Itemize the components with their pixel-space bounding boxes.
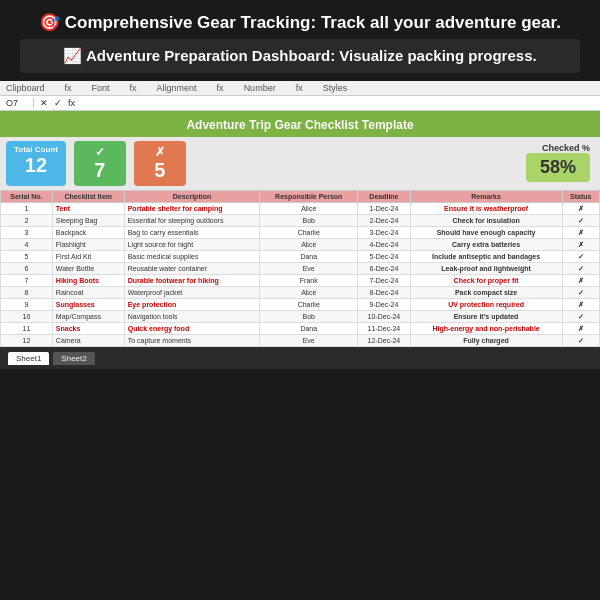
cell-remarks: Check for insulation xyxy=(410,215,562,227)
cell-person: Charlie xyxy=(260,299,358,311)
checked-box: ✓ 7 xyxy=(74,141,126,186)
cell-serial: 11 xyxy=(1,323,53,335)
cell-person: Alice xyxy=(260,287,358,299)
headline1: 🎯 Comprehensive Gear Tracking: Track all… xyxy=(20,12,580,33)
cell-serial: 7 xyxy=(1,275,53,287)
toolbar-number: Number xyxy=(244,83,276,93)
bottom-bar: Sheet1 Sheet2 xyxy=(0,347,600,369)
cell-status: ✗ xyxy=(562,203,600,215)
cell-status: ✗ xyxy=(562,323,600,335)
cell-remarks: Pack compact size xyxy=(410,287,562,299)
cell-desc: Portable shelter for camping xyxy=(124,203,260,215)
cell-serial: 10 xyxy=(1,311,53,323)
cell-serial: 4 xyxy=(1,239,53,251)
cell-deadline: 9-Dec-24 xyxy=(358,299,410,311)
checked-pct-label: Checked % xyxy=(526,143,590,153)
col-deadline: Deadline xyxy=(358,191,410,203)
total-count-value: 12 xyxy=(14,154,58,177)
cell-remarks: Check for proper fit xyxy=(410,275,562,287)
unchecked-box: ✗ 5 xyxy=(134,141,186,186)
cell-serial: 8 xyxy=(1,287,53,299)
table-row: 2 Sleeping Bag Essential for sleeping ou… xyxy=(1,215,600,227)
toolbar-alignment: Alignment xyxy=(157,83,197,93)
col-remarks: Remarks xyxy=(410,191,562,203)
cell-item: First Aid Kit xyxy=(52,251,124,263)
cell-desc: To capture moments xyxy=(124,335,260,347)
cell-deadline: 5-Dec-24 xyxy=(358,251,410,263)
cell-desc: Eye protection xyxy=(124,299,260,311)
cell-person: Bob xyxy=(260,311,358,323)
table-row: 10 Map/Compass Navigation tools Bob 10-D… xyxy=(1,311,600,323)
cell-status: ✗ xyxy=(562,275,600,287)
cell-deadline: 11-Dec-24 xyxy=(358,323,410,335)
cell-item: Sunglasses xyxy=(52,299,124,311)
table-row: 5 First Aid Kit Basic medical supplies D… xyxy=(1,251,600,263)
spreadsheet-title-row: Adventure Trip Gear Checklist Template xyxy=(0,111,600,137)
col-serial: Serial No. xyxy=(1,191,53,203)
cell-status: ✓ xyxy=(562,335,600,347)
total-count-box: Total Count 12 xyxy=(6,141,66,186)
table-header: Serial No. Checklist Item Description Re… xyxy=(1,191,600,203)
cell-status: ✓ xyxy=(562,287,600,299)
formula-fx[interactable]: fx xyxy=(68,98,75,108)
cell-item: Flashlight xyxy=(52,239,124,251)
cell-serial: 6 xyxy=(1,263,53,275)
spreadsheet-title: Adventure Trip Gear Checklist Template xyxy=(186,118,413,132)
cell-reference[interactable]: O7 xyxy=(6,98,34,108)
cell-serial: 12 xyxy=(1,335,53,347)
cell-item: Hiking Boots xyxy=(52,275,124,287)
cell-serial: 5 xyxy=(1,251,53,263)
cell-person: Eve xyxy=(260,335,358,347)
cell-status: ✗ xyxy=(562,239,600,251)
cell-deadline: 7-Dec-24 xyxy=(358,275,410,287)
cell-serial: 1 xyxy=(1,203,53,215)
cell-status: ✓ xyxy=(562,215,600,227)
cell-person: Bob xyxy=(260,215,358,227)
cell-desc: Essential for sleeping outdoors xyxy=(124,215,260,227)
cell-desc: Basic medical supplies xyxy=(124,251,260,263)
unchecked-label: ✗ xyxy=(146,145,174,159)
toolbar-fx1: fx xyxy=(65,83,72,93)
table-row: 1 Tent Portable shelter for camping Alic… xyxy=(1,203,600,215)
cell-item: Snacks xyxy=(52,323,124,335)
table-row: 8 Raincoat Waterproof jacket Alice 8-Dec… xyxy=(1,287,600,299)
toolbar-fx4: fx xyxy=(296,83,303,93)
cell-item: Camera xyxy=(52,335,124,347)
toolbar-styles: Styles xyxy=(323,83,348,93)
cell-item: Raincoat xyxy=(52,287,124,299)
unchecked-value: 5 xyxy=(146,159,174,182)
table-row: 6 Water Bottle Reusable water container … xyxy=(1,263,600,275)
cell-remarks: High-energy and non-perishable xyxy=(410,323,562,335)
cell-remarks: Ensure it is weatherproof xyxy=(410,203,562,215)
cell-serial: 2 xyxy=(1,215,53,227)
cell-item: Tent xyxy=(52,203,124,215)
table-row: 7 Hiking Boots Durable footwear for hiki… xyxy=(1,275,600,287)
cell-desc: Reusable water container xyxy=(124,263,260,275)
table-row: 4 Flashlight Light source for night Alic… xyxy=(1,239,600,251)
sheet2-tab[interactable]: Sheet2 xyxy=(53,352,94,365)
cell-remarks: Should have enough capacity xyxy=(410,227,562,239)
cell-deadline: 4-Dec-24 xyxy=(358,239,410,251)
summary-row: Total Count 12 ✓ 7 ✗ 5 Checked % 58% xyxy=(0,137,600,190)
cell-status: ✓ xyxy=(562,263,600,275)
headline1-emoji: 🎯 xyxy=(39,13,60,32)
sheet1-tab[interactable]: Sheet1 xyxy=(8,352,49,365)
cell-desc: Navigation tools xyxy=(124,311,260,323)
top-section: 🎯 Comprehensive Gear Tracking: Track all… xyxy=(0,0,600,81)
cell-person: Eve xyxy=(260,263,358,275)
cell-remarks: Include antiseptic and bandages xyxy=(410,251,562,263)
excel-toolbar: Clipboard fx Font fx Alignment fx Number… xyxy=(0,81,600,96)
toolbar-fx3: fx xyxy=(217,83,224,93)
col-person: Responsible Person xyxy=(260,191,358,203)
checked-value: 7 xyxy=(86,159,114,182)
cell-person: Alice xyxy=(260,203,358,215)
cell-remarks: Ensure it's updated xyxy=(410,311,562,323)
toolbar-clipboard: Clipboard xyxy=(6,83,45,93)
cell-serial: 9 xyxy=(1,299,53,311)
cell-item: Water Bottle xyxy=(52,263,124,275)
cell-desc: Waterproof jacket xyxy=(124,287,260,299)
cell-deadline: 10-Dec-24 xyxy=(358,311,410,323)
checked-pct-bar: 58% xyxy=(526,153,590,182)
cell-desc: Durable footwear for hiking xyxy=(124,275,260,287)
cell-deadline: 1-Dec-24 xyxy=(358,203,410,215)
